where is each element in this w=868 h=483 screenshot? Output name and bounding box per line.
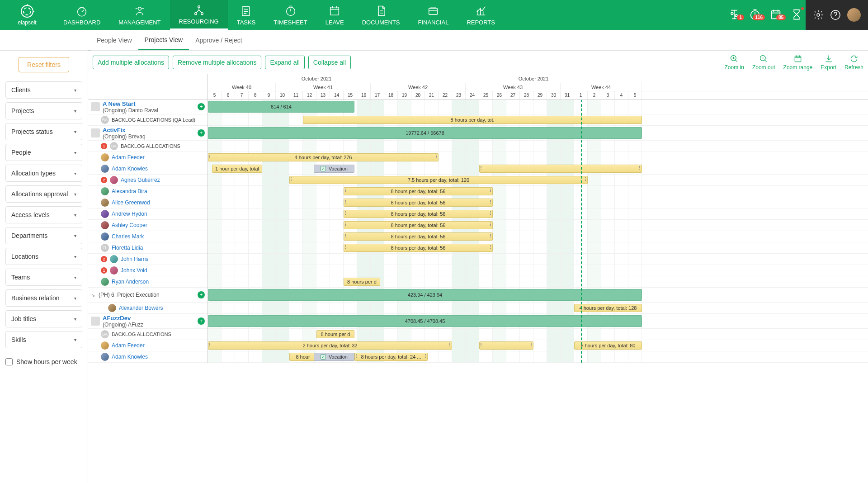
allocation-bar[interactable]: 4 hours per day, total: 128 [574, 304, 642, 312]
allocation-bar[interactable]: 7.5 hours per day, total: 120 [289, 176, 588, 184]
allocation-bar[interactable]: 8 hours per day, total: 56 [344, 232, 493, 241]
filter-people[interactable]: People▾ [5, 144, 82, 161]
nav-documents[interactable]: DOCUMENTS [353, 0, 409, 30]
reset-filters-button[interactable]: Reset filters [19, 57, 69, 72]
person-row[interactable]: Ashley Cooper [88, 220, 208, 231]
alerts-icon[interactable]: 1 [725, 5, 743, 25]
allocation-bar[interactable] [479, 165, 642, 173]
filter-job-titles[interactable]: Job titles▾ [5, 310, 82, 327]
filter-projects[interactable]: Projects▾ [5, 102, 82, 119]
brand-text: elapseit [18, 19, 36, 26]
allocation-bar[interactable]: 8 hour [289, 353, 316, 361]
allocation-bar[interactable]: ✓Vacation [314, 353, 354, 361]
project-row[interactable]: ↘ActivFix(Ongoing) Brevaq+ [88, 126, 208, 141]
filter-allocations-approval[interactable]: Allocations approval▾ [5, 185, 82, 203]
show-hours-input[interactable] [5, 358, 13, 365]
allocation-bar[interactable]: 8 hours per day, total: 56 [344, 199, 493, 207]
filter-teams[interactable]: Teams▾ [5, 269, 82, 286]
nav-resourcing[interactable]: RESOURCING [170, 0, 228, 30]
brand-logo[interactable]: elapseit [0, 0, 54, 30]
allocation-bar[interactable]: 8 hours per day, total: 56 [344, 244, 493, 252]
user-avatar[interactable] [847, 8, 861, 22]
export-button[interactable]: Export [821, 54, 836, 71]
collapse-all-button[interactable]: Collapse all [308, 56, 351, 69]
nav-financial[interactable]: FINANCIAL [409, 0, 458, 30]
project-bar[interactable]: 19772.64 / 56678 [208, 127, 642, 139]
help-icon[interactable] [830, 9, 841, 20]
person-row[interactable]: 2Agnes Gutierrez [88, 175, 208, 186]
person-row[interactable]: 2John Harris [88, 254, 208, 265]
project-bar[interactable]: 614 / 614 [208, 101, 354, 113]
filter-skills[interactable]: Skills▾ [5, 331, 82, 348]
person-row[interactable]: Andrew Hydon [88, 208, 208, 220]
timer-badge: 116 [753, 14, 765, 20]
add-button[interactable]: + [198, 291, 205, 298]
person-row[interactable]: Charles Mark [88, 231, 208, 242]
add-button[interactable]: + [198, 103, 205, 110]
allocation-bar[interactable]: 4 hours per day, total: 276 [208, 153, 439, 161]
add-allocations-button[interactable]: Add multiple allocations [93, 56, 169, 69]
allocation-bar[interactable]: 8 hours per day, total: 56 [344, 187, 493, 195]
allocation-bar[interactable]: 8 hours per day, total: 80 [574, 341, 642, 350]
add-button[interactable]: + [198, 317, 205, 325]
svg-rect-10 [429, 8, 438, 14]
zoom-in-button[interactable]: Zoom in [725, 54, 744, 71]
allocation-bar[interactable]: 8 hours per day, total: 56 [344, 221, 493, 229]
allocation-bar[interactable]: 2 hours per day, total: 32 [208, 341, 452, 350]
show-hours-checkbox[interactable]: Show hours per week [5, 356, 82, 365]
person-row[interactable]: Adam Feeder [88, 152, 208, 163]
allocation-bar[interactable]: 8 hours per d [316, 330, 354, 338]
nav-reports[interactable]: REPORTS [458, 0, 504, 30]
person-row[interactable]: Alice Greenwod [88, 197, 208, 208]
person-row[interactable]: FLFloretta Lidia [88, 242, 208, 254]
filter-departments[interactable]: Departments▾ [5, 227, 82, 244]
person-row[interactable]: Adam Knowles [88, 351, 208, 363]
collapse-sidebar-handle[interactable]: ⟵ [88, 51, 91, 54]
filter-access-levels[interactable]: Access levels▾ [5, 206, 82, 223]
add-button[interactable]: + [198, 129, 205, 137]
allocation-bar[interactable]: 8 hours per day, total: 56 [344, 210, 493, 218]
nav-management[interactable]: MANAGEMENT [109, 0, 170, 30]
filter-allocation-types[interactable]: Allocation types▾ [5, 165, 82, 182]
person-row[interactable]: Alexandra Bira [88, 186, 208, 197]
allocation-bar[interactable]: ✓Vacation [314, 165, 354, 173]
tab-people-view[interactable]: People View [90, 31, 138, 49]
allocation-bar[interactable] [479, 341, 533, 350]
project-bar[interactable]: 423.94 / 423.94 [208, 289, 642, 301]
hourglass-icon[interactable] [788, 5, 806, 25]
nav-dashboard[interactable]: DASHBOARD [54, 0, 109, 30]
person-row[interactable]: Ryan Anderson [88, 276, 208, 288]
project-row[interactable]: ↘AFuzzDev(Ongoing) AFuzz+ [88, 314, 208, 329]
project-bar[interactable]: 4708.45 / 4708.45 [208, 315, 642, 327]
tab-projects-view[interactable]: Projects View [138, 31, 189, 50]
person-row[interactable]: Adam Feeder [88, 340, 208, 351]
nav-leave[interactable]: LEAVE [316, 0, 353, 30]
remove-allocations-button[interactable]: Remove multiple allocations [173, 56, 261, 69]
filter-locations[interactable]: Locations▾ [5, 248, 82, 265]
zoom-range-button[interactable]: Zoom range [783, 54, 813, 71]
project-row[interactable]: ↘A New Start(Ongoing) Danto Raval+ [88, 99, 208, 114]
backlog-row[interactable]: 1BABACKLOG ALLOCATIONS [88, 141, 208, 152]
filter-clients[interactable]: Clients▾ [5, 81, 82, 99]
nav-tasks[interactable]: TASKS [228, 0, 265, 30]
allocation-bar[interactable]: 8 hours per day, total: 24 ... [354, 353, 428, 361]
allocation-bar[interactable]: 8 hours per d [344, 278, 380, 286]
zoom-out-button[interactable]: Zoom out [752, 54, 775, 71]
filter-business-relation[interactable]: Business relation▾ [5, 289, 82, 307]
allocation-bar[interactable]: 1 hour per day, total [212, 165, 262, 173]
person-row[interactable]: 1Johnx Void [88, 265, 208, 276]
gear-icon[interactable] [813, 9, 824, 20]
tab-approve-reject[interactable]: Approve / Reject [189, 31, 249, 49]
timer-icon[interactable]: 116 [746, 5, 764, 25]
nav-timesheet[interactable]: TIMESHEET [264, 0, 316, 30]
person-row[interactable]: Alexander Bowers [88, 303, 208, 314]
filter-projects-status[interactable]: Projects status▾ [5, 123, 82, 140]
backlog-row[interactable]: BABACKLOG ALLOCATIONS [88, 329, 208, 340]
calendar-icon[interactable]: 85 [767, 5, 785, 25]
phase-row[interactable]: ↘(PH) 6. Project Execution+ [88, 288, 208, 303]
backlog-row[interactable]: BABACKLOG ALLOCATIONS (QA Lead) [88, 114, 208, 126]
refresh-button[interactable]: Refresh [844, 54, 863, 71]
allocation-bar[interactable]: 8 hours per day, tot. [303, 116, 642, 124]
expand-all-button[interactable]: Expand all [265, 56, 304, 69]
person-row[interactable]: Adam Knowles [88, 163, 208, 175]
